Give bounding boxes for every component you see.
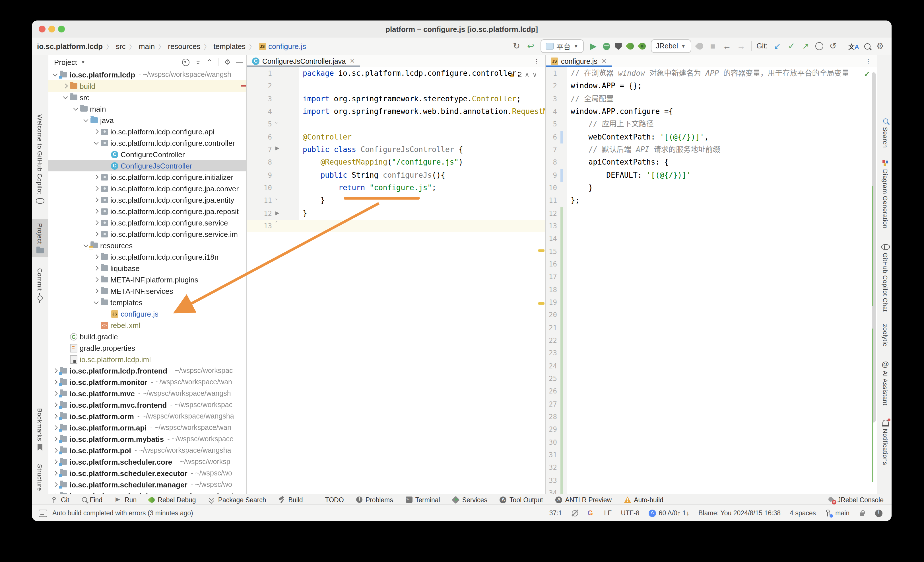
tree-chevron-icon[interactable] (61, 96, 70, 99)
run-configuration-select[interactable]: 平台 ▼ (540, 39, 584, 53)
tree-row[interactable]: io.sc.platform.lcdp.configure.jpa.reposi… (48, 206, 246, 217)
tree-row[interactable]: io.sc.platform.lcdp.iml (48, 354, 246, 365)
nav-back-icon[interactable]: ← (722, 42, 731, 51)
status-item[interactable] (859, 509, 866, 517)
toolwindow-button-antlr-preview[interactable]: ANTLR Preview (556, 496, 612, 503)
breadcrumb-item[interactable]: src (116, 42, 126, 50)
tree-chevron-icon[interactable] (92, 221, 101, 224)
tree-chevron-icon[interactable] (51, 472, 60, 475)
tree-row[interactable]: io.sc.platform.orm.mybatis - ~/wspsc/wor… (48, 433, 246, 445)
editor-body[interactable]: 1package io.sc.platform.lcdp.configure.c… (247, 67, 545, 494)
tree-row[interactable]: <>rebel.xml (48, 319, 246, 331)
tree-row[interactable]: io.sc.platform.lcdp.frontend - ~/wspsc/w… (48, 365, 246, 376)
git-update-icon[interactable]: ↙ (772, 42, 782, 51)
toolwindow-button-find[interactable]: Find (82, 496, 102, 503)
panel-settings-gear-icon[interactable]: ⚙ (224, 58, 230, 66)
tree-row[interactable]: io.sc.platform.lcdp - ~/wspsc/workspace/… (48, 69, 246, 80)
tree-chevron-icon[interactable] (51, 415, 60, 418)
tree-chevron-icon[interactable] (51, 460, 60, 463)
tree-row[interactable]: META-INF.platform.plugins (48, 274, 246, 285)
toolwindow-button-rebel-debug[interactable]: Rebel Debug (149, 496, 196, 503)
status-item[interactable] (571, 509, 579, 517)
settings-gear-icon[interactable]: ⚙ (876, 42, 885, 51)
tree-chevron-icon[interactable] (71, 108, 80, 110)
minimize-window-button[interactable] (48, 26, 55, 33)
status-item[interactable]: LF (604, 509, 612, 517)
fold-marker-icon[interactable]: ⌄ (274, 195, 279, 201)
tree-chevron-icon[interactable] (92, 142, 101, 144)
tree-row[interactable]: io.sc.platform.orm.api - ~/wspsc/workspa… (48, 422, 246, 433)
tree-row[interactable]: resources (48, 240, 246, 251)
toolwindow-button-jrebel-console[interactable]: JRebel Console (828, 496, 884, 503)
tree-row[interactable]: io.sc.platform.scheduler.executor - ~/ws… (48, 467, 246, 479)
project-view-select[interactable]: Project (54, 58, 77, 66)
tree-chevron-icon[interactable] (92, 210, 101, 213)
status-item[interactable]: 4 spaces (790, 509, 816, 517)
breadcrumb-item-current[interactable]: JSconfigure.js (259, 42, 306, 50)
breadcrumb-item[interactable]: io.sc.platform.lcdp (37, 42, 103, 50)
tree-row[interactable]: gradle.properties (48, 342, 246, 354)
tree-chevron-icon[interactable] (92, 255, 101, 258)
tree-row[interactable]: META-INF.services (48, 285, 246, 297)
git-history-icon[interactable] (815, 42, 823, 50)
status-item[interactable]: Blame: You 2024/8/15 16:38 (698, 509, 781, 517)
tree-row[interactable]: io.sc.platform.mvc.frontend - ~/wspsc/wo… (48, 399, 246, 410)
tree-chevron-icon[interactable] (51, 74, 60, 76)
tree-chevron-icon[interactable] (92, 266, 101, 270)
git-commit-icon[interactable]: ✓ (787, 42, 796, 51)
tree-row[interactable]: io.sc.platform.scheduler.manager - ~/wsp… (48, 479, 246, 490)
sidebar-item-notifications[interactable]: Notifications (878, 419, 892, 465)
prev-problem-icon[interactable]: ∧ (525, 71, 530, 78)
tree-chevron-icon[interactable] (51, 426, 60, 429)
toolwindow-button-run[interactable]: Run (115, 496, 136, 503)
tree-chevron-icon[interactable] (51, 380, 60, 384)
gutter-marker-icon[interactable]: ▶ (273, 145, 298, 151)
breadcrumb-item[interactable]: resources (168, 42, 200, 50)
status-item[interactable]: G (588, 509, 595, 517)
sidebar-item-search[interactable]: Search (878, 118, 892, 148)
jrebel-run-icon[interactable] (626, 41, 635, 51)
close-tab-icon[interactable]: ✕ (600, 57, 606, 65)
jrebel-debug-icon[interactable] (638, 41, 647, 51)
sidebar-item-diagram-generation[interactable]: Diagram Generation (878, 159, 892, 228)
tree-row[interactable]: io.sc.platform.lcdp.configure.jpa.entity (48, 194, 246, 206)
git-rollback-icon[interactable]: ↺ (828, 42, 837, 51)
tree-row[interactable]: io.sc.platform.lcdp.configure.i18n (48, 251, 246, 263)
zoom-window-button[interactable] (58, 26, 65, 33)
tree-row[interactable]: io.sc.platform.scheduler.core - ~/wspsc/… (48, 456, 246, 467)
tree-chevron-icon[interactable] (61, 84, 70, 88)
tree-chevron-icon[interactable] (92, 198, 101, 201)
next-problem-icon[interactable]: ∨ (532, 71, 537, 78)
fold-marker-icon[interactable]: ⌃ (274, 220, 279, 226)
toolwindow-button-git[interactable]: Git (51, 496, 69, 503)
tree-row[interactable]: main (48, 103, 246, 114)
breadcrumb-item[interactable]: templates (213, 42, 246, 50)
tree-row[interactable]: JSconfigure.js (48, 308, 246, 319)
status-item[interactable]: main (825, 509, 849, 517)
tree-row[interactable]: build (48, 80, 246, 92)
tree-chevron-icon[interactable] (51, 437, 60, 441)
tree-chevron-icon[interactable] (92, 232, 101, 236)
close-window-button[interactable] (39, 26, 45, 33)
sidebar-item-project[interactable]: Project (32, 219, 48, 258)
editor-body[interactable]: 1// 在浏览器 window 对象中新建名为 APP 的容器变量，用于存放平台… (546, 67, 877, 494)
tree-row[interactable]: io.sc.platform.lcdp.configure.service.im (48, 228, 246, 240)
back-arrow-icon[interactable]: ↩ (526, 42, 536, 51)
toolwindow-button-terminal[interactable]: Terminal (406, 496, 440, 503)
tree-chevron-icon[interactable] (51, 403, 60, 407)
tree-row[interactable]: io.sc.platform.orm - ~/wspsc/workspace/w… (48, 410, 246, 422)
toolwindow-button-build[interactable]: Build (279, 496, 303, 503)
gutter-marker-icon[interactable]: ▶ (273, 210, 298, 216)
hide-panel-icon[interactable]: — (236, 58, 243, 66)
tree-row[interactable]: templates (48, 297, 246, 308)
tree-row[interactable]: CConfigureJsController (48, 160, 246, 171)
tree-row[interactable]: io.sc.platform.lcdp.configure.initialize… (48, 171, 246, 183)
sidebar-item-ai-assistant[interactable]: @AI Assistant (878, 361, 892, 406)
tree-row[interactable]: Gbuild.gradle (48, 331, 246, 342)
tree-chevron-icon[interactable] (92, 175, 101, 179)
status-item[interactable]: UTF-8 (621, 509, 639, 517)
expand-all-icon[interactable]: ⌅ (195, 58, 201, 66)
sidebar-item-welcome-to-github-copilot[interactable]: Welcome to GitHub Copilot (32, 114, 48, 204)
close-tab-icon[interactable]: ✕ (348, 57, 355, 65)
window-layout-icon[interactable] (39, 509, 47, 517)
